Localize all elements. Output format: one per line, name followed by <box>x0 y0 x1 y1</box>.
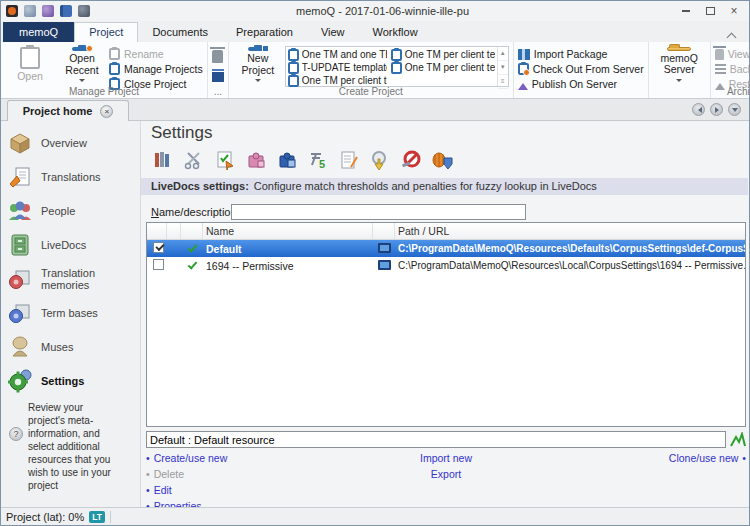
header-checkbox-column <box>147 223 167 239</box>
group-server-actions: Import Package Check Out From Server Pub… <box>514 42 649 98</box>
resource-description-input[interactable] <box>146 431 726 448</box>
valid-check-icon <box>188 259 198 269</box>
livedocs-settings-icon[interactable] <box>275 148 299 172</box>
open-recent-button[interactable]: Open Recent <box>57 44 107 85</box>
auto-translation-rules-icon[interactable]: 5 <box>306 148 330 172</box>
close-tab-icon[interactable]: × <box>100 105 113 118</box>
template-item[interactable]: T-UPDATE template <box>288 61 387 74</box>
template-icon <box>391 62 402 74</box>
sidebar-item-people[interactable]: People <box>7 195 140 227</box>
template-icon <box>391 49 402 61</box>
collapse-ribbon-icon[interactable] <box>725 30 739 42</box>
settings-help-text: Review your project's meta-information, … <box>28 401 120 492</box>
template-item[interactable]: One TM per client template 2 <box>391 48 495 61</box>
memoq-server-button[interactable]: memoQ Server <box>653 44 706 85</box>
qa-settings-icon[interactable] <box>213 148 237 172</box>
sidebar-item-muses[interactable]: Muses <box>7 331 140 363</box>
language-terminal-badge[interactable]: LT <box>89 511 105 523</box>
view-recycle-bin-button[interactable]: View Recycle Bin <box>715 48 750 60</box>
publish-on-server-button[interactable]: Publish On Server <box>518 78 644 90</box>
stop-word-lists-icon[interactable] <box>399 148 423 172</box>
import-package-button[interactable]: Import Package <box>518 48 644 60</box>
tab-project[interactable]: Project <box>74 22 138 42</box>
chevron-down-icon <box>255 79 261 85</box>
group-memoq-server: memoQ Server <box>649 42 711 98</box>
sidebar-item-term-bases[interactable]: Term bases <box>7 297 140 329</box>
view-recycle-bin-icon <box>715 49 724 60</box>
table-row[interactable]: 1694 -- Permissive C:\ProgramData\MemoQ\… <box>147 257 745 274</box>
nav-back-button[interactable] <box>692 103 705 116</box>
options-icon[interactable] <box>42 5 54 17</box>
archive-project-icon[interactable] <box>212 72 224 82</box>
header-name[interactable]: Name <box>203 223 373 239</box>
nav-dropdown-button[interactable] <box>728 103 741 116</box>
tm-settings-icon[interactable] <box>244 148 268 172</box>
category-info-bar: LiveDocs settings:Configure match thresh… <box>141 178 748 195</box>
clone-use-new-link[interactable]: Clone/use new• <box>546 452 746 464</box>
sidebar-item-settings[interactable]: Settings <box>7 365 140 397</box>
close-button[interactable]: × <box>723 3 745 19</box>
tab-project-home[interactable]: Project home × <box>7 100 129 121</box>
valid-check-icon <box>188 242 198 252</box>
rename-button[interactable]: Rename <box>109 48 203 60</box>
import-package-icon <box>518 49 530 60</box>
tab-preparation[interactable]: Preparation <box>222 23 307 42</box>
resource-table: Name Path / URL Default C:\ProgramData\M… <box>146 222 746 427</box>
template-icon <box>288 49 299 61</box>
svg-text:5: 5 <box>319 158 325 170</box>
name-description-input[interactable] <box>231 204 526 220</box>
template-item[interactable]: One TM per client template <box>391 61 495 74</box>
local-computer-icon <box>378 260 391 270</box>
tab-memoq[interactable]: memoQ <box>3 22 74 42</box>
maximize-button[interactable] <box>699 3 721 19</box>
tab-workflow[interactable]: Workflow <box>359 23 432 42</box>
sidebar-item-overview[interactable]: Overview <box>7 127 140 159</box>
create-use-new-link[interactable]: •Create/use new <box>146 452 346 464</box>
export-path-rules-icon[interactable] <box>368 148 392 172</box>
row-checkbox[interactable] <box>153 259 164 270</box>
memoq-logo-icon[interactable] <box>6 5 18 17</box>
sidebar-item-translation-memories[interactable]: Translation memories <box>7 263 140 295</box>
edit-link[interactable]: •Edit <box>146 484 346 496</box>
template-scrollbar[interactable]: ▲ ▼ ≡ <box>497 47 508 86</box>
page-title: Settings <box>151 123 212 143</box>
check-out-from-server-button[interactable]: Check Out From Server <box>518 63 644 75</box>
help-icon[interactable] <box>24 5 36 17</box>
row-checkbox[interactable] <box>153 242 164 253</box>
template-item[interactable]: One TM and one TB per ... <box>288 48 387 61</box>
import-new-link[interactable]: Import new <box>346 452 546 464</box>
sidebar-item-translations[interactable]: Translations <box>7 161 140 193</box>
minimize-button[interactable] <box>675 3 697 19</box>
back-up-button[interactable]: Back Up <box>715 63 750 75</box>
nav-forward-button[interactable] <box>710 103 723 116</box>
general-settings-icon[interactable] <box>151 148 175 172</box>
scroll-down-icon[interactable]: ▼ <box>498 61 508 75</box>
group-archive-backup: View Recycle Bin Back Up Restore Archive… <box>711 42 750 98</box>
export-link[interactable]: Export <box>346 468 546 480</box>
status-separator <box>110 511 111 523</box>
segmentation-rules-icon[interactable] <box>182 148 206 172</box>
lqa-models-icon[interactable] <box>430 148 454 172</box>
ignore-lists-icon[interactable] <box>337 148 361 172</box>
resource-console-icon[interactable] <box>60 5 72 17</box>
delete-link[interactable]: •Delete <box>146 468 346 480</box>
new-project-button[interactable]: New Project <box>233 44 283 85</box>
sidebar-item-livedocs[interactable]: LiveDocs <box>7 229 140 261</box>
manage-projects-button[interactable]: Manage Projects <box>109 63 203 75</box>
open-button[interactable]: Open <box>5 44 55 85</box>
quick-settings-icon[interactable] <box>78 5 90 17</box>
header-path-url[interactable]: Path / URL <box>395 223 745 239</box>
tab-documents[interactable]: Documents <box>138 23 222 42</box>
table-row[interactable]: Default C:\ProgramData\MemoQ\Resources\D… <box>147 240 745 257</box>
translations-icon <box>7 164 33 190</box>
header-spacer-column <box>167 223 181 239</box>
open-icon <box>20 47 40 69</box>
scroll-up-icon[interactable]: ▲ <box>498 47 508 61</box>
rename-icon <box>109 48 120 60</box>
title-bar: memoQ - 2017-01-06-winnie-ille-pu × <box>1 1 749 21</box>
header-location-column <box>373 223 395 239</box>
edit-description-icon[interactable] <box>730 432 746 448</box>
settings-pane: Settings 5 LiveDoc <box>141 121 749 507</box>
tab-view[interactable]: View <box>307 23 359 42</box>
move-to-recycle-bin-icon[interactable] <box>212 50 223 63</box>
